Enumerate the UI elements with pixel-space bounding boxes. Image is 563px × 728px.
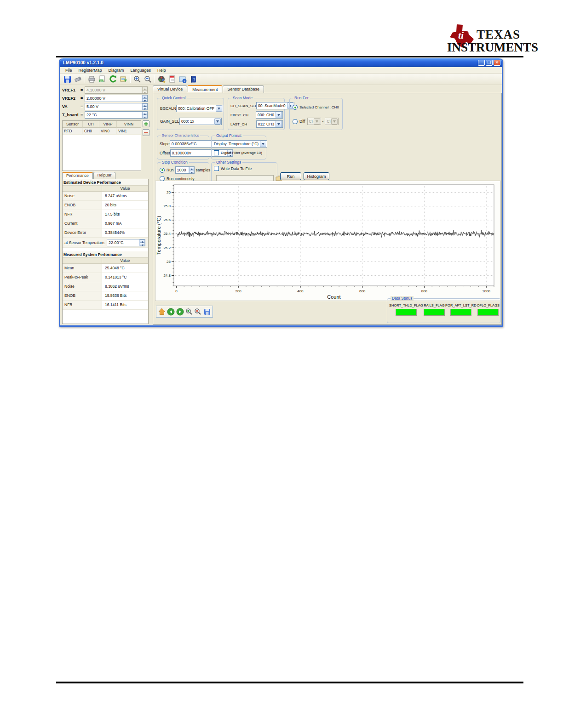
left-tab-strip: Performance HelpBar (62, 172, 116, 179)
save-icon[interactable] (63, 74, 72, 84)
write-data-row[interactable]: Write Data To File (214, 166, 276, 171)
chevron-down-icon[interactable] (216, 105, 222, 112)
logo-text-texas: TEXAS (477, 28, 520, 42)
digital-filter-checkbox[interactable] (214, 150, 219, 155)
menu-file[interactable]: File (62, 68, 75, 73)
svg-text:25.6: 25.6 (163, 218, 171, 222)
chevron-down-icon[interactable] (276, 121, 282, 127)
svg-text:24.8: 24.8 (163, 273, 171, 278)
remove-sensor-button[interactable] (143, 129, 149, 136)
run-for-group: Run For Selected Channel : CH0 Diff CH0 … (289, 98, 343, 130)
samples-spinner[interactable] (189, 167, 194, 173)
tab-virtual-device[interactable]: Virtual Device (153, 85, 187, 93)
refresh-icon[interactable] (108, 74, 118, 84)
va-spinner[interactable] (142, 103, 147, 110)
sensor-table-row[interactable]: RTD CH0 VIN0 VIN1 (63, 128, 141, 135)
run-samples-radio-row[interactable]: Run samples (160, 166, 207, 174)
last-ch-dropdown[interactable]: 011: CH3 (256, 120, 283, 128)
tab-measurement[interactable]: Measurement (188, 85, 222, 92)
diff-radio-row[interactable]: Diff CH0 - CH1 (293, 118, 341, 125)
menu-languages[interactable]: Languages (127, 68, 155, 73)
tboard-spinner[interactable] (142, 112, 147, 118)
table-row: Peak-to-Peak0.141813 °C (63, 273, 148, 282)
measurement-tab-content: Quick Control BGCALN 000: Calibration OF… (153, 93, 502, 325)
tboard-label: T_board (62, 113, 80, 117)
eraser-icon[interactable] (73, 74, 83, 84)
maximize-button[interactable]: ❐ (486, 60, 493, 66)
menu-registermap[interactable]: RegisterMap (75, 68, 105, 73)
at-sensor-temperature-input[interactable] (107, 239, 139, 246)
printer-icon[interactable] (87, 74, 97, 84)
close-button[interactable]: ✕ (494, 60, 500, 66)
digital-filter-row[interactable]: Digital Filter (average 10) (214, 150, 265, 155)
title-bar[interactable]: LMP90100 v1.2.1.0 _ ❐ ✕ (60, 58, 502, 67)
chevron-down-icon (331, 118, 338, 125)
stop-condition-label: Stop Condition (161, 160, 189, 165)
add-sensor-button[interactable] (143, 120, 149, 127)
write-data-label: Write Data To File (221, 166, 252, 171)
ch-scan-sel-dropdown[interactable]: 00: ScanMode0 (256, 102, 294, 109)
gain-sel-dropdown[interactable]: 000: 1x (179, 118, 222, 125)
vref2-label: VREF2 (62, 96, 80, 101)
svg-text:26: 26 (167, 190, 171, 194)
media-icon[interactable] (157, 74, 167, 84)
svg-text:600: 600 (359, 289, 366, 293)
sensor-table[interactable]: Sensor CH VINP VINN RTD CH0 VIN0 VIN1 (62, 120, 141, 171)
tab-performance[interactable]: Performance (62, 172, 93, 179)
quick-control-group: Quick Control BGCALN 000: Calibration OF… (157, 98, 224, 130)
help-icon[interactable]: ? (189, 74, 198, 84)
zoom-out-icon[interactable] (143, 74, 153, 84)
param-row-va: VA = (62, 103, 148, 110)
write-data-checkbox[interactable] (214, 166, 219, 171)
svg-text:25: 25 (167, 260, 171, 264)
diff-radio[interactable] (293, 119, 298, 124)
logo-text-instruments: INSTRUMENTS (447, 40, 538, 55)
svg-text:?: ? (193, 77, 196, 82)
export-pdf-icon[interactable]: PDF (167, 74, 177, 84)
vref1-input[interactable] (85, 87, 142, 93)
first-ch-dropdown[interactable]: 000: CH0 (256, 111, 283, 119)
display-dropdown[interactable]: Temperature (°C) (227, 140, 267, 148)
menu-diagram[interactable]: Diagram (105, 68, 127, 73)
data-status-group: Data Status SHORT_THLD_FLAG RAILS_FLAG P… (387, 298, 501, 323)
samples-input[interactable] (176, 167, 189, 173)
home-icon[interactable] (158, 307, 166, 316)
info-icon[interactable]: i (178, 74, 188, 84)
vref2-input[interactable] (85, 95, 142, 102)
minimize-button[interactable]: _ (478, 60, 485, 66)
va-input[interactable] (85, 103, 142, 110)
export-image-icon[interactable] (119, 74, 128, 84)
left-panel: VREF1 = VREF2 = VA = (61, 85, 149, 324)
plus-icon (144, 121, 149, 126)
save-plot-icon[interactable] (203, 307, 211, 316)
chevron-down-icon[interactable] (214, 118, 221, 125)
chevron-down-icon[interactable] (276, 112, 282, 118)
back-icon[interactable] (167, 307, 175, 316)
run-button[interactable]: Run (280, 172, 301, 180)
selected-channel-radio-row[interactable]: Selected Channel : CH0 (293, 105, 341, 110)
export-csv-icon[interactable]: csv (98, 74, 107, 84)
diff-ch-a-dropdown: CH0 (307, 118, 321, 125)
menu-help[interactable]: Help (154, 68, 169, 73)
zoom-in-icon[interactable] (132, 74, 142, 84)
plot-zoom-in-icon[interactable] (185, 307, 193, 316)
top-rule (56, 56, 523, 57)
tboard-input[interactable] (85, 112, 142, 118)
estimated-value-header: Value (63, 186, 148, 192)
forward-icon[interactable] (176, 307, 184, 316)
tab-sensor-database[interactable]: Sensor Database (223, 85, 264, 93)
run-samples-radio[interactable] (160, 168, 165, 173)
short-thld-led (396, 309, 417, 316)
measured-value-header: Value (63, 258, 148, 264)
chevron-down-icon[interactable] (260, 141, 266, 147)
selected-channel-radio[interactable] (293, 105, 298, 110)
bgcaln-dropdown[interactable]: 000: Calibration OFF (176, 105, 223, 112)
plot-zoom-out-icon[interactable] (194, 307, 202, 316)
svg-text:25.8: 25.8 (163, 204, 171, 208)
flag-rails: RAILS_FLAG (424, 303, 445, 316)
vref2-spinner[interactable] (142, 95, 147, 102)
param-row-tboard: T_board = (62, 111, 148, 119)
histogram-button[interactable]: Histogram (304, 172, 329, 180)
tab-helpbar[interactable]: HelpBar (93, 172, 116, 179)
at-sensor-temperature-spinner[interactable] (139, 239, 145, 246)
